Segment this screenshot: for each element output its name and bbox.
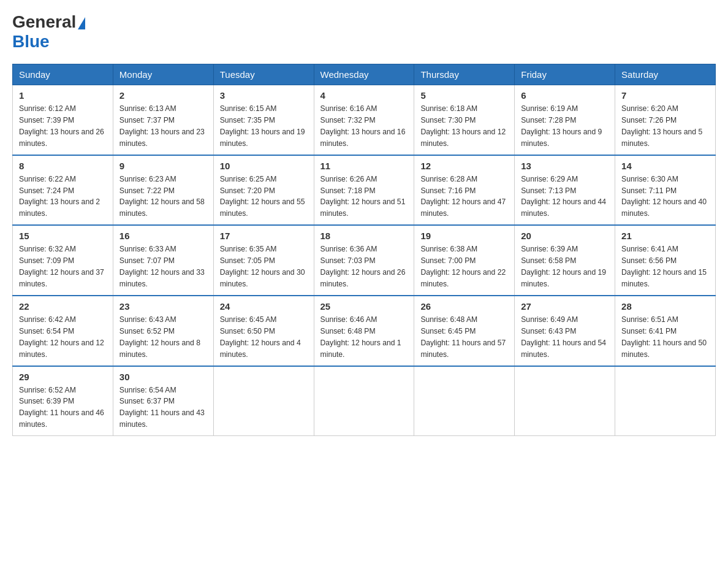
calendar-day-cell	[515, 366, 615, 436]
day-number: 30	[119, 372, 207, 382]
weekday-header-thursday: Thursday	[414, 64, 515, 85]
day-number: 23	[119, 301, 207, 312]
day-number: 22	[19, 301, 107, 312]
calendar-day-cell: 22 Sunrise: 6:42 AMSunset: 6:54 PMDaylig…	[13, 296, 113, 366]
day-number: 19	[420, 231, 508, 241]
day-number: 20	[521, 231, 609, 241]
day-number: 25	[320, 301, 408, 312]
calendar-day-cell: 6 Sunrise: 6:19 AMSunset: 7:28 PMDayligh…	[515, 85, 615, 155]
calendar-day-cell: 7 Sunrise: 6:20 AMSunset: 7:26 PMDayligh…	[615, 85, 716, 155]
day-number: 14	[621, 161, 709, 171]
logo-blue-text: Blue	[12, 32, 50, 51]
day-info: Sunrise: 6:52 AMSunset: 6:39 PMDaylight:…	[19, 386, 104, 429]
day-info: Sunrise: 6:23 AMSunset: 7:22 PMDaylight:…	[119, 175, 205, 218]
calendar-day-cell: 24 Sunrise: 6:45 AMSunset: 6:50 PMDaylig…	[213, 296, 314, 366]
day-info: Sunrise: 6:25 AMSunset: 7:20 PMDaylight:…	[220, 175, 305, 218]
day-info: Sunrise: 6:19 AMSunset: 7:28 PMDaylight:…	[521, 104, 602, 148]
calendar-day-cell: 12 Sunrise: 6:28 AMSunset: 7:16 PMDaylig…	[414, 155, 515, 226]
day-number: 21	[621, 231, 709, 241]
day-number: 3	[220, 90, 308, 101]
day-info: Sunrise: 6:15 AMSunset: 7:35 PMDaylight:…	[220, 104, 305, 148]
day-info: Sunrise: 6:28 AMSunset: 7:16 PMDaylight:…	[420, 175, 506, 218]
calendar-day-cell: 28 Sunrise: 6:51 AMSunset: 6:41 PMDaylig…	[615, 296, 716, 366]
calendar-week-row: 1 Sunrise: 6:12 AMSunset: 7:39 PMDayligh…	[13, 85, 716, 155]
day-info: Sunrise: 6:41 AMSunset: 6:56 PMDaylight:…	[621, 245, 707, 288]
logo-container: General Blue	[12, 12, 85, 52]
calendar-week-row: 8 Sunrise: 6:22 AMSunset: 7:24 PMDayligh…	[13, 155, 716, 226]
calendar-day-cell: 4 Sunrise: 6:16 AMSunset: 7:32 PMDayligh…	[314, 85, 414, 155]
calendar-day-cell: 30 Sunrise: 6:54 AMSunset: 6:37 PMDaylig…	[113, 366, 213, 436]
day-info: Sunrise: 6:49 AMSunset: 6:43 PMDaylight:…	[521, 315, 606, 359]
calendar-week-row: 29 Sunrise: 6:52 AMSunset: 6:39 PMDaylig…	[13, 366, 716, 436]
day-info: Sunrise: 6:16 AMSunset: 7:32 PMDaylight:…	[320, 104, 406, 148]
calendar-day-cell: 5 Sunrise: 6:18 AMSunset: 7:30 PMDayligh…	[414, 85, 515, 155]
day-number: 27	[521, 301, 609, 312]
calendar-day-cell: 3 Sunrise: 6:15 AMSunset: 7:35 PMDayligh…	[213, 85, 314, 155]
calendar-day-cell: 18 Sunrise: 6:36 AMSunset: 7:03 PMDaylig…	[314, 225, 414, 296]
calendar-day-cell: 25 Sunrise: 6:46 AMSunset: 6:48 PMDaylig…	[314, 296, 414, 366]
day-info: Sunrise: 6:43 AMSunset: 6:52 PMDaylight:…	[119, 315, 200, 359]
day-info: Sunrise: 6:33 AMSunset: 7:07 PMDaylight:…	[119, 245, 205, 288]
day-number: 17	[220, 231, 308, 241]
day-info: Sunrise: 6:39 AMSunset: 6:58 PMDaylight:…	[521, 245, 606, 288]
day-number: 12	[420, 161, 508, 171]
day-number: 10	[220, 161, 308, 171]
calendar-day-cell: 23 Sunrise: 6:43 AMSunset: 6:52 PMDaylig…	[113, 296, 213, 366]
calendar-day-cell	[615, 366, 716, 436]
calendar-day-cell: 9 Sunrise: 6:23 AMSunset: 7:22 PMDayligh…	[113, 155, 213, 226]
day-number: 8	[19, 161, 107, 171]
day-info: Sunrise: 6:54 AMSunset: 6:37 PMDaylight:…	[119, 386, 205, 429]
logo: General Blue	[12, 12, 85, 52]
day-info: Sunrise: 6:48 AMSunset: 6:45 PMDaylight:…	[420, 315, 506, 359]
calendar-day-cell	[314, 366, 414, 436]
logo-triangle-icon	[78, 17, 85, 29]
day-info: Sunrise: 6:51 AMSunset: 6:41 PMDaylight:…	[621, 315, 707, 359]
calendar-week-row: 15 Sunrise: 6:32 AMSunset: 7:09 PMDaylig…	[13, 225, 716, 296]
day-info: Sunrise: 6:32 AMSunset: 7:09 PMDaylight:…	[19, 245, 104, 288]
calendar-day-cell: 17 Sunrise: 6:35 AMSunset: 7:05 PMDaylig…	[213, 225, 314, 296]
calendar-day-cell: 29 Sunrise: 6:52 AMSunset: 6:39 PMDaylig…	[13, 366, 113, 436]
day-number: 15	[19, 231, 107, 241]
calendar-day-cell: 10 Sunrise: 6:25 AMSunset: 7:20 PMDaylig…	[213, 155, 314, 226]
calendar-day-cell: 27 Sunrise: 6:49 AMSunset: 6:43 PMDaylig…	[515, 296, 615, 366]
day-number: 29	[19, 372, 107, 382]
calendar-day-cell: 19 Sunrise: 6:38 AMSunset: 7:00 PMDaylig…	[414, 225, 515, 296]
weekday-header-sunday: Sunday	[13, 64, 113, 85]
calendar-day-cell: 16 Sunrise: 6:33 AMSunset: 7:07 PMDaylig…	[113, 225, 213, 296]
weekday-header-wednesday: Wednesday	[314, 64, 414, 85]
day-info: Sunrise: 6:26 AMSunset: 7:18 PMDaylight:…	[320, 175, 406, 218]
day-number: 28	[621, 301, 709, 312]
calendar-week-row: 22 Sunrise: 6:42 AMSunset: 6:54 PMDaylig…	[13, 296, 716, 366]
calendar-day-cell: 2 Sunrise: 6:13 AMSunset: 7:37 PMDayligh…	[113, 85, 213, 155]
weekday-header-saturday: Saturday	[615, 64, 716, 85]
day-number: 11	[320, 161, 408, 171]
day-info: Sunrise: 6:30 AMSunset: 7:11 PMDaylight:…	[621, 175, 707, 218]
day-info: Sunrise: 6:42 AMSunset: 6:54 PMDaylight:…	[19, 315, 104, 359]
day-number: 4	[320, 90, 408, 101]
weekday-header-tuesday: Tuesday	[213, 64, 314, 85]
calendar-day-cell: 13 Sunrise: 6:29 AMSunset: 7:13 PMDaylig…	[515, 155, 615, 226]
calendar-day-cell: 1 Sunrise: 6:12 AMSunset: 7:39 PMDayligh…	[13, 85, 113, 155]
day-number: 1	[19, 90, 107, 101]
day-number: 2	[119, 90, 207, 101]
calendar-table: SundayMondayTuesdayWednesdayThursdayFrid…	[12, 64, 716, 436]
day-number: 9	[119, 161, 207, 171]
calendar-day-cell: 20 Sunrise: 6:39 AMSunset: 6:58 PMDaylig…	[515, 225, 615, 296]
day-number: 18	[320, 231, 408, 241]
weekday-header-monday: Monday	[113, 64, 213, 85]
logo-general-text: General	[12, 12, 76, 32]
day-info: Sunrise: 6:18 AMSunset: 7:30 PMDaylight:…	[420, 104, 506, 148]
calendar-day-cell: 15 Sunrise: 6:32 AMSunset: 7:09 PMDaylig…	[13, 225, 113, 296]
day-info: Sunrise: 6:45 AMSunset: 6:50 PMDaylight:…	[220, 315, 301, 359]
day-info: Sunrise: 6:46 AMSunset: 6:48 PMDaylight:…	[320, 315, 401, 359]
calendar-day-cell	[414, 366, 515, 436]
day-number: 5	[420, 90, 508, 101]
day-number: 26	[420, 301, 508, 312]
day-info: Sunrise: 6:38 AMSunset: 7:00 PMDaylight:…	[420, 245, 506, 288]
weekday-header-row: SundayMondayTuesdayWednesdayThursdayFrid…	[13, 64, 716, 85]
calendar-day-cell: 21 Sunrise: 6:41 AMSunset: 6:56 PMDaylig…	[615, 225, 716, 296]
calendar-day-cell: 14 Sunrise: 6:30 AMSunset: 7:11 PMDaylig…	[615, 155, 716, 226]
day-number: 6	[521, 90, 609, 101]
day-number: 24	[220, 301, 308, 312]
day-info: Sunrise: 6:22 AMSunset: 7:24 PMDaylight:…	[19, 175, 100, 218]
